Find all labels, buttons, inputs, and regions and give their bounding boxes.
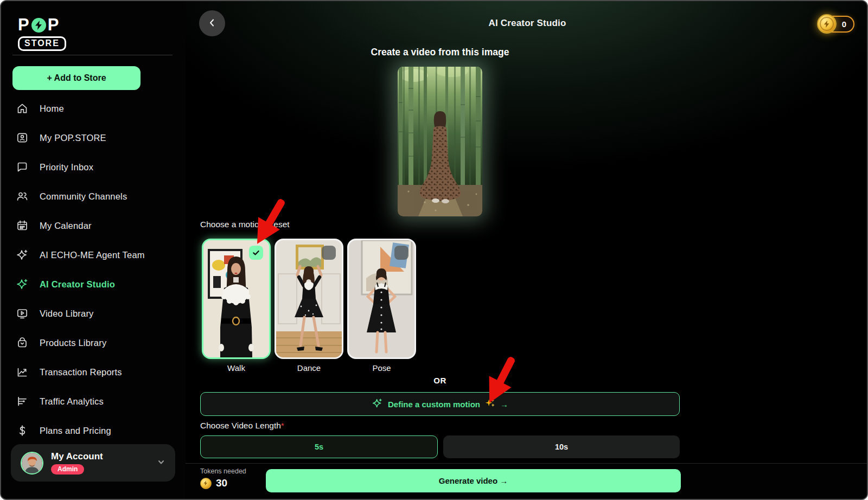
logo-store-pill: STORE xyxy=(18,36,66,51)
sidebar-item-label: Community Channels xyxy=(40,191,127,202)
tokens-needed-label: Tokens needed xyxy=(200,467,246,475)
sparkle-icon xyxy=(16,248,29,261)
or-divider: OR xyxy=(200,376,680,385)
preset-card-dance[interactable]: Dance xyxy=(275,239,343,373)
sidebar-item-ai-creator-studio[interactable]: AI Creator Studio xyxy=(1,270,186,299)
logo-letter: P xyxy=(48,15,60,35)
bar-chart-icon xyxy=(16,395,29,408)
sidebar-item-transaction-reports[interactable]: Transaction Reports xyxy=(1,357,186,387)
define-custom-motion-button[interactable]: Define a custom motion → xyxy=(200,392,680,416)
account-name: My Account xyxy=(51,451,103,461)
sidebar-item-priority-inbox[interactable]: Priority Inbox xyxy=(1,152,186,182)
sparkle-icon xyxy=(372,398,383,411)
sparkle-icon xyxy=(16,278,29,291)
sidebar-item-video-library[interactable]: Video Library xyxy=(1,299,186,328)
sidebar-divider xyxy=(12,55,173,55)
shopping-bag-icon xyxy=(16,336,29,349)
sidebar-item-plans-and-pricing[interactable]: Plans and Pricing xyxy=(1,416,186,445)
sidebar-item-label: AI ECHO-ME Agent Team xyxy=(40,250,145,260)
arrow-right-glyph: → xyxy=(500,400,508,409)
creator-content: Create a video from this image xyxy=(200,1,680,499)
people-icon xyxy=(16,190,29,203)
sidebar-item-label: Products Library xyxy=(40,338,106,348)
main-panel: AI Creator Studio 0 Create a video from … xyxy=(186,1,868,499)
sidebar-item-label: Transaction Reports xyxy=(40,367,122,377)
motion-preset-row: Walk xyxy=(202,239,416,373)
calendar-icon xyxy=(16,219,29,232)
chevron-down-icon xyxy=(156,457,167,470)
coin-bolt-icon xyxy=(817,14,837,34)
sidebar-item-my-pop-store[interactable]: My POP.STORE xyxy=(1,123,186,152)
sidebar-item-label: Home xyxy=(40,104,64,114)
required-asterisk: * xyxy=(281,421,284,430)
home-icon xyxy=(16,102,29,115)
video-length-label: Choose Video Length* xyxy=(200,421,284,431)
preset-card-pose[interactable]: Pose xyxy=(347,239,416,373)
sidebar-item-home[interactable]: Home xyxy=(1,94,186,123)
sidebar: P P STORE + Add to Store Home My POP.STO… xyxy=(1,1,186,499)
sidebar-item-label: AI Creator Studio xyxy=(40,279,115,290)
check-icon xyxy=(252,248,260,257)
sidebar-item-my-calendar[interactable]: My Calendar xyxy=(1,211,186,240)
lightning-bolt-icon xyxy=(31,18,46,33)
sidebar-nav: Home My POP.STORE Priority Inbox Communi… xyxy=(1,94,186,445)
source-image xyxy=(398,67,482,216)
sidebar-item-label: My POP.STORE xyxy=(40,133,106,143)
unselected-badge[interactable] xyxy=(394,246,409,260)
sidebar-item-traffic-analytics[interactable]: Traffic Analytics xyxy=(1,387,186,416)
preset-label: Pose xyxy=(347,363,416,373)
tokens-needed-block: Tokens needed 30 xyxy=(200,467,246,489)
add-to-store-button[interactable]: + Add to Store xyxy=(12,66,141,90)
sidebar-item-community-channels[interactable]: Community Channels xyxy=(1,182,186,211)
video-length-options: 5s 10s xyxy=(200,435,680,458)
preset-label: Walk xyxy=(202,363,271,373)
woman-in-bamboo-forest-photo xyxy=(398,67,482,216)
token-balance-value: 0 xyxy=(842,20,846,29)
sidebar-item-label: Video Library xyxy=(40,309,94,319)
chat-bubble-icon xyxy=(16,161,29,174)
section-heading: Create a video from this image xyxy=(200,47,680,58)
token-balance-badge[interactable]: 0 xyxy=(819,16,854,33)
unselected-badge[interactable] xyxy=(322,246,336,260)
app-window: P P STORE + Add to Store Home My POP.STO… xyxy=(0,0,868,500)
tokens-needed-value: 30 xyxy=(216,477,227,489)
selected-check-badge[interactable] xyxy=(249,246,263,260)
preset-label: Dance xyxy=(275,363,343,373)
admin-role-badge: Admin xyxy=(51,464,84,475)
sidebar-item-label: Plans and Pricing xyxy=(40,426,111,436)
sidebar-item-label: Priority Inbox xyxy=(40,162,93,172)
custom-motion-label: Define a custom motion xyxy=(388,400,480,409)
pricing-icon xyxy=(16,424,29,437)
logo-letter: P xyxy=(18,15,30,35)
sparkles-emoji-icon xyxy=(485,398,495,410)
sidebar-item-label: My Calendar xyxy=(40,221,92,231)
account-card[interactable]: My Account Admin xyxy=(11,444,175,482)
generate-video-button[interactable]: Generate video → xyxy=(266,469,681,492)
avatar xyxy=(21,452,43,475)
preset-card-walk[interactable]: Walk xyxy=(202,239,271,373)
coin-bolt-icon xyxy=(200,478,212,489)
motion-preset-label: Choose a motion preset xyxy=(200,220,290,229)
footer-bar: Tokens needed 30 Generate video → xyxy=(186,463,868,499)
length-option-10s[interactable]: 10s xyxy=(443,435,680,458)
line-chart-icon xyxy=(16,366,29,379)
sidebar-item-ai-echo-me-agent-team[interactable]: AI ECHO-ME Agent Team xyxy=(1,240,186,270)
video-player-icon xyxy=(16,307,29,320)
pop-store-logo: P P STORE xyxy=(18,15,66,51)
sidebar-item-products-library[interactable]: Products Library xyxy=(1,328,186,357)
sidebar-item-label: Traffic Analytics xyxy=(40,396,104,407)
id-card-icon xyxy=(16,131,29,144)
length-option-5s[interactable]: 5s xyxy=(200,435,438,458)
